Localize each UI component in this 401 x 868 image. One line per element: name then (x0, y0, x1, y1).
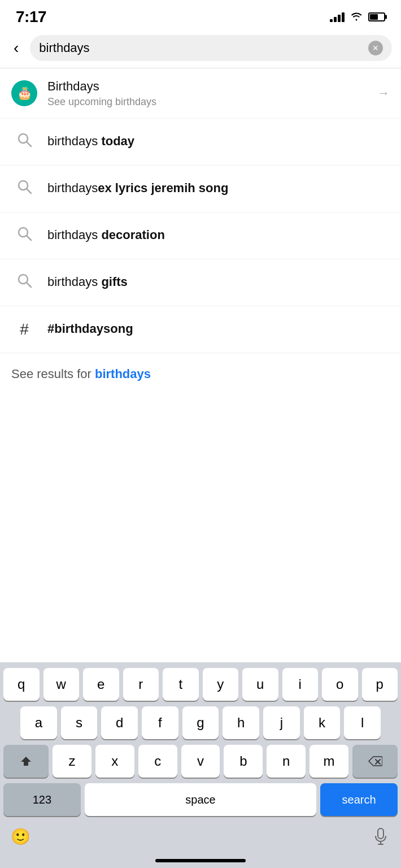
suggestion-title-5: #birthdaysong (47, 322, 133, 336)
key-s[interactable]: s (61, 706, 98, 739)
close-icon: ✕ (372, 44, 379, 53)
back-button[interactable]: ‹ (9, 37, 23, 59)
key-x[interactable]: x (95, 745, 134, 778)
search-icon-3 (16, 225, 32, 245)
home-indicator (3, 854, 398, 865)
suggestion-birthdaysex[interactable]: birthdaysex lyrics jeremih song (0, 166, 401, 212)
signal-icon (330, 12, 345, 22)
suggestions-list: 🎂 Birthdays See upcoming birthdays → bir… (0, 68, 401, 353)
suggestion-birthdays-text: Birthdays See upcoming birthdays (47, 79, 367, 108)
suggestion-birthdays-today[interactable]: birthdays today (0, 119, 401, 166)
birthday-circle: 🎂 (11, 80, 37, 106)
key-z[interactable]: z (53, 745, 91, 778)
status-bar: 7:17 (0, 0, 401, 31)
arrow-icon: → (377, 86, 390, 101)
key-r[interactable]: r (123, 668, 159, 701)
suggestion-text-4: birthdays gifts (47, 274, 390, 290)
status-time: 7:17 (16, 8, 46, 26)
search-icon-wrap-4 (11, 270, 37, 296)
key-j[interactable]: j (263, 706, 300, 739)
key-c[interactable]: c (138, 745, 177, 778)
suggestion-text-3: birthdays decoration (47, 227, 390, 244)
key-n[interactable]: n (267, 745, 306, 778)
key-f[interactable]: f (142, 706, 178, 739)
numbers-key[interactable]: 123 (3, 783, 81, 816)
key-m[interactable]: m (310, 745, 348, 778)
search-input[interactable] (39, 41, 364, 55)
svg-line-7 (27, 283, 31, 287)
suggestion-birthdays-special[interactable]: 🎂 Birthdays See upcoming birthdays → (0, 68, 401, 119)
key-d[interactable]: d (101, 706, 138, 739)
key-o[interactable]: o (322, 668, 358, 701)
keyboard-row-1: q w e r t y u i o p (3, 668, 398, 701)
delete-key[interactable] (352, 745, 398, 778)
suggestion-title-1: birthdays today (47, 134, 134, 148)
suggestion-birthdays-decoration[interactable]: birthdays decoration (0, 212, 401, 259)
key-k[interactable]: k (304, 706, 341, 739)
see-results-link[interactable]: See results for birthdays (0, 353, 401, 395)
keyboard: q w e r t y u i o p a s d f g h j k l z … (0, 662, 401, 868)
search-icon-wrap-2 (11, 176, 37, 202)
shift-key[interactable] (3, 745, 49, 778)
suggestion-title: Birthdays (47, 79, 367, 95)
space-key[interactable]: space (85, 783, 316, 816)
suggestion-title-2: birthdaysex lyrics jeremih song (47, 181, 228, 195)
key-i[interactable]: i (282, 668, 319, 701)
keyboard-bottom-row: 🙂 (3, 822, 398, 851)
suggestion-birthdaysong-hashtag[interactable]: # #birthdaysong (0, 306, 401, 353)
suggestion-birthdays-gifts[interactable]: birthdays gifts (0, 259, 401, 306)
search-icon-4 (16, 272, 32, 292)
keyboard-row-2: a s d f g h j k l (3, 706, 398, 739)
emoji-key[interactable]: 🙂 (3, 822, 37, 851)
see-results-query: birthdays (95, 367, 151, 381)
hashtag-icon: # (20, 320, 29, 338)
svg-line-5 (27, 236, 31, 240)
svg-line-1 (27, 142, 31, 146)
svg-rect-10 (378, 828, 383, 839)
search-input-wrap: ✕ (30, 35, 392, 61)
key-y[interactable]: y (203, 668, 239, 701)
suggestion-title-3: birthdays decoration (47, 228, 165, 242)
svg-line-3 (27, 189, 31, 193)
search-bar-row: ‹ ✕ (0, 31, 401, 68)
key-e[interactable]: e (83, 668, 119, 701)
keyboard-row-4: 123 space search (3, 783, 398, 816)
search-icon-2 (16, 179, 32, 198)
keyboard-row-3: z x c v b n m (3, 745, 398, 778)
key-v[interactable]: v (181, 745, 220, 778)
key-b[interactable]: b (224, 745, 263, 778)
key-p[interactable]: p (362, 668, 398, 701)
suggestion-title-4: birthdays gifts (47, 275, 128, 289)
status-icons (330, 11, 385, 24)
hashtag-icon-wrap: # (11, 316, 37, 342)
suggestion-text-2: birthdaysex lyrics jeremih song (47, 180, 390, 197)
clear-button[interactable]: ✕ (368, 41, 383, 55)
search-icon-wrap-3 (11, 223, 37, 249)
key-u[interactable]: u (242, 668, 278, 701)
birthday-icon-wrap: 🎂 (11, 80, 37, 106)
wifi-icon (350, 11, 363, 24)
search-icon-1 (16, 132, 32, 151)
key-t[interactable]: t (163, 668, 199, 701)
search-key[interactable]: search (320, 783, 398, 816)
key-q[interactable]: q (3, 668, 40, 701)
suggestion-text-1: birthdays today (47, 133, 390, 150)
search-icon-wrap-1 (11, 129, 37, 155)
home-bar (155, 859, 246, 862)
key-w[interactable]: w (43, 668, 80, 701)
key-g[interactable]: g (182, 706, 219, 739)
key-a[interactable]: a (20, 706, 57, 739)
battery-icon (368, 12, 385, 21)
suggestion-text-5: #birthdaysong (47, 321, 390, 337)
key-l[interactable]: l (344, 706, 381, 739)
key-h[interactable]: h (223, 706, 259, 739)
suggestion-subtitle: See upcoming birthdays (47, 96, 367, 108)
microphone-key[interactable] (364, 822, 398, 851)
